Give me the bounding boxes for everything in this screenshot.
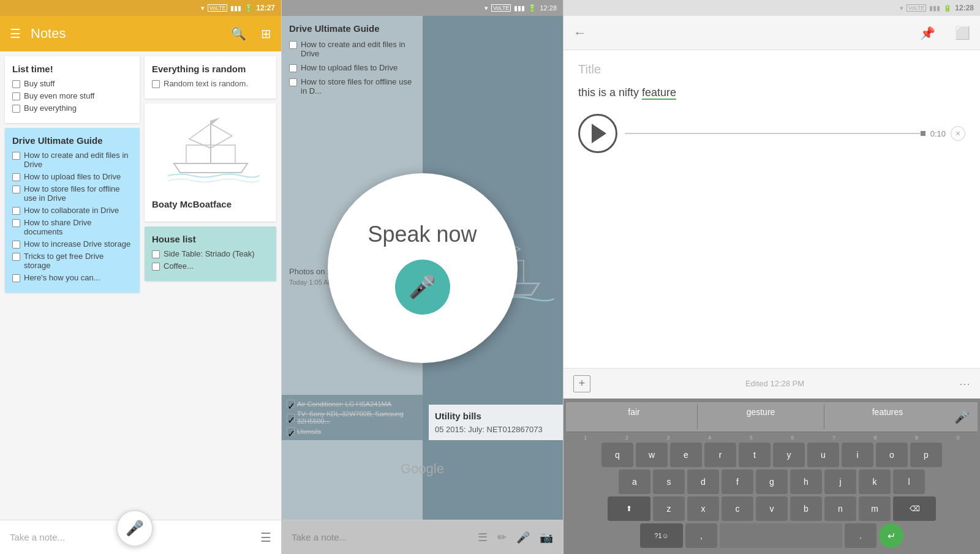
period-key[interactable]: .	[845, 523, 876, 548]
note-title-list-time: List time!	[12, 64, 132, 74]
key-w[interactable]: w	[636, 443, 668, 467]
checkbox[interactable]	[152, 263, 160, 271]
key-t[interactable]: t	[739, 443, 771, 467]
key-v[interactable]: v	[756, 496, 788, 521]
utility-bills-card: Utility bills 05 2015: July: NET01286707…	[429, 405, 563, 440]
checkbox-d2[interactable]	[289, 64, 297, 72]
pen-icon[interactable]: ✏	[497, 531, 507, 544]
key-y[interactable]: y	[773, 443, 805, 467]
panel3: ▾ VoLTE ▮▮▮ 🔋 12:28 ← 📌 ⬜ Title this is …	[564, 0, 980, 554]
key-z[interactable]: z	[653, 496, 685, 521]
backspace-key[interactable]: ⌫	[893, 496, 936, 521]
close-audio-button[interactable]: ×	[951, 126, 965, 141]
shift-key[interactable]: ⬆	[608, 496, 650, 521]
play-icon	[592, 124, 606, 143]
key-o[interactable]: o	[876, 443, 908, 467]
archive-icon[interactable]: ⬜	[955, 26, 970, 40]
key-c[interactable]: c	[722, 496, 753, 521]
checkbox[interactable]	[152, 250, 160, 258]
app-bar-3: ← 📌 ⬜	[564, 16, 980, 50]
item-text: How to upload files to Drive	[24, 172, 121, 181]
checkbox[interactable]	[12, 80, 20, 88]
pin-icon[interactable]: 📌	[920, 26, 935, 40]
checkbox[interactable]	[12, 241, 20, 249]
key-r[interactable]: r	[704, 443, 736, 467]
keyboard-mic-icon[interactable]: 🎤	[951, 405, 973, 429]
checkbox[interactable]	[12, 185, 20, 193]
checkbox[interactable]	[12, 105, 20, 113]
panel2: ▾ VoLTE ▮▮▮ 🔋 12:28 Drive Ultimate Guide…	[282, 0, 564, 554]
back-button[interactable]: ←	[573, 25, 587, 41]
note-card-list-time[interactable]: List time! Buy stuff Buy even more stuff…	[5, 56, 140, 123]
notes-col-right: Everything is random Random text is rand…	[145, 56, 276, 515]
note-card-boaty[interactable]: Boaty McBoatface	[145, 103, 276, 222]
note-card-house-list[interactable]: House list Side Table: Striado (Teak) Co…	[145, 226, 276, 281]
camera-icon[interactable]: 📷	[540, 531, 553, 544]
checkbox[interactable]	[152, 80, 160, 88]
enter-key[interactable]: ↵	[879, 523, 903, 548]
list-icon-2[interactable]: ☰	[478, 531, 488, 544]
key-p[interactable]: p	[910, 443, 942, 467]
note-card-drive-guide[interactable]: Drive Ultimate Guide How to create and e…	[5, 128, 140, 293]
checkbox[interactable]	[12, 173, 20, 181]
checked-text-3: Utensils	[297, 428, 321, 435]
key-x[interactable]: x	[687, 496, 719, 521]
suggestion-gesture[interactable]: gesture	[697, 405, 824, 429]
key-m[interactable]: m	[859, 496, 891, 521]
checkbox-d3[interactable]	[289, 78, 297, 86]
more-options-button[interactable]: ⋯	[959, 377, 970, 391]
checkbox[interactable]	[12, 92, 20, 100]
key-k[interactable]: k	[859, 470, 891, 494]
drive-list-item: How to store files for offline use in D.…	[289, 77, 415, 95]
note-title-house-list: House list	[152, 234, 269, 244]
checkbox-d1[interactable]	[289, 41, 297, 49]
checkbox[interactable]	[12, 207, 20, 215]
bottom-bar-2: Take a note... ☰ ✏ 🎤 📷	[282, 520, 563, 554]
key-g[interactable]: g	[756, 470, 788, 494]
drive-list-item: How to upload files to Drive	[289, 63, 415, 72]
key-l[interactable]: l	[893, 470, 925, 494]
editor-content[interactable]: this is a nifty feature	[578, 86, 965, 99]
key-e[interactable]: e	[670, 443, 702, 467]
mic-icon-bottom-2[interactable]: 🎤	[516, 531, 530, 544]
notes-col-left: List time! Buy stuff Buy even more stuff…	[5, 56, 140, 515]
note-editor[interactable]: Title this is a nifty feature 0:10 ×	[564, 50, 980, 368]
progress-bar[interactable]	[625, 133, 925, 134]
ship-drawing	[149, 108, 271, 194]
mic-teal-button[interactable]: 🎤	[395, 260, 450, 315]
key-j[interactable]: j	[824, 470, 856, 494]
key-a[interactable]: a	[619, 470, 650, 494]
play-button[interactable]	[578, 114, 617, 153]
mic-icon-teal: 🎤	[409, 274, 436, 300]
search-icon[interactable]: 🔍	[231, 26, 246, 41]
key-b[interactable]: b	[790, 496, 822, 521]
add-attachment-button[interactable]: +	[573, 375, 590, 392]
take-note-placeholder-2[interactable]: Take a note...	[292, 532, 468, 542]
checkbox[interactable]	[12, 219, 20, 227]
key-n[interactable]: n	[824, 496, 856, 521]
checked-item-1: ✓ Air Conditioner: LG HSA241MA	[287, 400, 418, 408]
key-q[interactable]: q	[601, 443, 633, 467]
key-s[interactable]: s	[653, 470, 685, 494]
suggestion-fair[interactable]: fair	[571, 405, 697, 429]
grid-icon[interactable]: ⊞	[261, 26, 271, 41]
list-view-icon[interactable]: ☰	[260, 530, 271, 545]
note-title-random: Everything is random	[152, 64, 269, 74]
checkbox[interactable]	[12, 253, 20, 261]
suggestion-features[interactable]: features	[824, 405, 951, 429]
hamburger-icon[interactable]: ☰	[10, 26, 21, 41]
symbols-key[interactable]: ?1☺	[640, 523, 683, 548]
key-h[interactable]: h	[790, 470, 822, 494]
checkbox[interactable]	[12, 274, 20, 282]
keyboard: fair gesture features 🎤 1 2 3 4 5 6 7 8 …	[564, 399, 980, 554]
keyboard-number-row: 1 2 3 4 5 6 7 8 9 0	[566, 435, 978, 441]
key-i[interactable]: i	[842, 443, 873, 467]
space-key[interactable]	[720, 523, 842, 548]
key-d[interactable]: d	[687, 470, 719, 494]
mic-fab-button[interactable]: 🎤	[116, 510, 153, 547]
key-u[interactable]: u	[807, 443, 839, 467]
key-f[interactable]: f	[722, 470, 753, 494]
comma-key[interactable]: ,	[685, 523, 717, 548]
checkbox[interactable]	[12, 152, 20, 160]
note-card-random[interactable]: Everything is random Random text is rand…	[145, 56, 276, 99]
